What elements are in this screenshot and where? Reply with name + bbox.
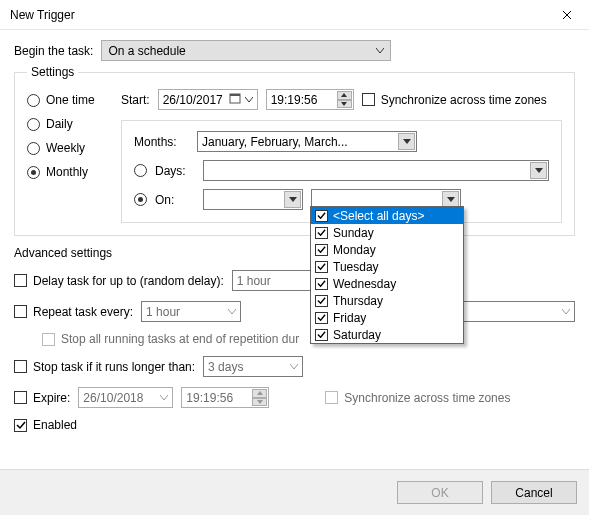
repeat-value: 1 hour — [146, 305, 180, 319]
calendar-icon — [229, 92, 241, 107]
radio-daily-label: Daily — [46, 117, 73, 131]
expire-checkbox[interactable]: Expire: — [14, 391, 70, 405]
months-value: January, February, March... — [202, 135, 348, 149]
stop-if-longer-combo[interactable]: 3 days — [203, 356, 303, 377]
chevron-down-icon — [284, 191, 301, 208]
radio-one-time-label: One time — [46, 93, 95, 107]
delay-label: Delay task for up to (random delay): — [33, 274, 224, 288]
expire-time-value: 19:19:56 — [186, 391, 233, 405]
begin-task-value: On a schedule — [108, 44, 185, 58]
window-title: New Trigger — [10, 8, 544, 22]
on-label: On: — [155, 193, 195, 207]
expire-time-input[interactable]: 19:19:56 — [181, 387, 269, 408]
option-label: Friday — [333, 311, 366, 325]
radio-one-time[interactable]: One time — [27, 93, 107, 107]
option-label: Tuesday — [333, 260, 379, 274]
chevron-down-icon — [245, 97, 253, 103]
stop-if-longer-checkbox[interactable]: Stop task if it runs longer than: — [14, 360, 195, 374]
option-label: Thursday — [333, 294, 383, 308]
dropdown-option-select-all[interactable]: <Select all days> — [311, 207, 463, 224]
repeat-checkbox[interactable]: Repeat task every: — [14, 305, 133, 319]
expire-date-input[interactable]: 26/10/2018 — [78, 387, 173, 408]
option-label: Sunday — [333, 226, 374, 240]
chevron-down-icon — [530, 162, 547, 179]
checkbox-icon — [14, 274, 27, 287]
dropdown-option-saturday[interactable]: Saturday — [311, 326, 463, 343]
repeat-label: Repeat task every: — [33, 305, 133, 319]
repeat-duration-combo[interactable] — [455, 301, 575, 322]
option-label: Monday — [333, 243, 376, 257]
enabled-label: Enabled — [33, 418, 77, 432]
dropdown-option-sunday[interactable]: Sunday — [311, 224, 463, 241]
checkbox-icon — [315, 278, 328, 290]
checkbox-icon — [14, 360, 27, 373]
chevron-down-icon[interactable] — [337, 100, 352, 109]
radio-daily[interactable]: Daily — [27, 117, 107, 131]
sync-timezones-checkbox[interactable]: Synchronize across time zones — [362, 93, 547, 107]
delay-value: 1 hour — [237, 274, 271, 288]
checkbox-icon — [14, 305, 27, 318]
time-spinner[interactable] — [252, 389, 267, 406]
start-time-value: 19:19:56 — [271, 93, 318, 107]
chevron-up-icon — [252, 389, 267, 398]
chevron-down-icon — [160, 395, 168, 401]
close-button[interactable] — [544, 0, 589, 30]
repeat-value-combo[interactable]: 1 hour — [141, 301, 241, 322]
expire-sync-tz-checkbox: Synchronize across time zones — [325, 391, 510, 405]
start-label: Start: — [121, 93, 150, 107]
time-spinner[interactable] — [337, 91, 352, 108]
checkbox-icon — [14, 419, 27, 432]
on-week-combo[interactable] — [203, 189, 303, 210]
radio-on[interactable] — [134, 193, 147, 206]
stop-running-checkbox: Stop all running tasks at end of repetit… — [42, 332, 299, 346]
cancel-button[interactable]: Cancel — [491, 481, 577, 504]
radio-days[interactable] — [134, 164, 147, 177]
enabled-checkbox[interactable]: Enabled — [14, 418, 77, 432]
begin-task-select[interactable]: On a schedule — [101, 40, 391, 61]
radio-icon — [27, 94, 40, 107]
radio-monthly[interactable]: Monthly — [27, 165, 107, 179]
chevron-down-icon — [376, 48, 384, 54]
option-label: Saturday — [333, 328, 381, 342]
expire-date-value: 26/10/2018 — [83, 391, 143, 405]
advanced-legend: Advanced settings — [14, 246, 575, 260]
dropdown-option-thursday[interactable]: Thursday — [311, 292, 463, 309]
days-dropdown-panel[interactable]: <Select all days> Sunday Monday Tuesday … — [310, 206, 464, 344]
checkbox-icon — [315, 210, 328, 222]
dropdown-option-tuesday[interactable]: Tuesday — [311, 258, 463, 275]
days-label: Days: — [155, 164, 195, 178]
ok-button[interactable]: OK — [397, 481, 483, 504]
chevron-down-icon — [290, 364, 298, 370]
option-label: Wednesday — [333, 277, 396, 291]
radio-weekly[interactable]: Weekly — [27, 141, 107, 155]
close-icon — [562, 10, 572, 20]
start-date-input[interactable]: 26/10/2017 — [158, 89, 258, 110]
radio-weekly-label: Weekly — [46, 141, 85, 155]
begin-task-label: Begin the task: — [14, 44, 93, 58]
days-combo[interactable] — [203, 160, 549, 181]
radio-icon — [27, 166, 40, 179]
start-time-input[interactable]: 19:19:56 — [266, 89, 354, 110]
delay-checkbox[interactable]: Delay task for up to (random delay): — [14, 274, 224, 288]
checkbox-icon — [362, 93, 375, 106]
chevron-down-icon — [228, 309, 236, 315]
months-label: Months: — [134, 135, 189, 149]
dropdown-option-friday[interactable]: Friday — [311, 309, 463, 326]
stop-running-label: Stop all running tasks at end of repetit… — [61, 332, 299, 346]
settings-group: Settings One time Daily Weekly Monthly S… — [14, 65, 575, 236]
expire-label: Expire: — [33, 391, 70, 405]
option-label: <Select all days> — [333, 209, 424, 223]
checkbox-icon — [315, 244, 328, 256]
sync-timezones-label: Synchronize across time zones — [381, 93, 547, 107]
chevron-down-icon — [562, 309, 570, 315]
dropdown-option-wednesday[interactable]: Wednesday — [311, 275, 463, 292]
months-combo[interactable]: January, February, March... — [197, 131, 417, 152]
chevron-up-icon[interactable] — [337, 91, 352, 100]
titlebar: New Trigger — [0, 0, 589, 30]
checkbox-icon — [315, 261, 328, 273]
chevron-down-icon — [398, 133, 415, 150]
start-date-value: 26/10/2017 — [163, 93, 223, 107]
dropdown-option-monday[interactable]: Monday — [311, 241, 463, 258]
radio-icon — [27, 142, 40, 155]
footer: OK Cancel — [0, 469, 589, 515]
